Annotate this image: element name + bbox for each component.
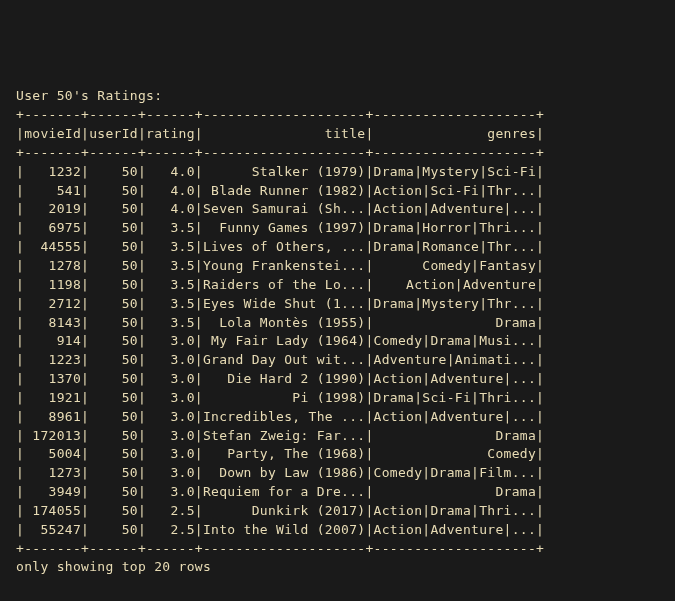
terminal-output: User 50's Ratings: +-------+------+-----… [16, 87, 659, 577]
